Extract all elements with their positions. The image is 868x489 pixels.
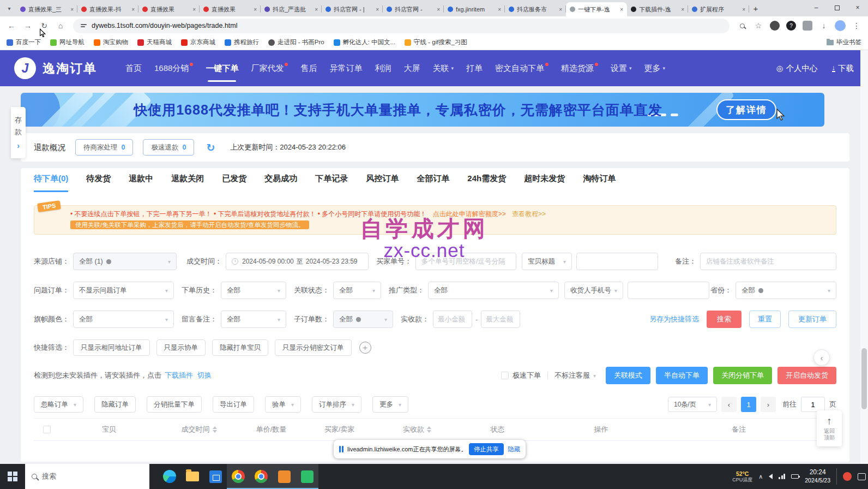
taskbar-edge-icon[interactable] <box>158 464 181 489</box>
banner-detail-button[interactable]: 了解详情 <box>716 99 776 120</box>
nav-more[interactable]: 更多▾ <box>644 63 665 74</box>
tab-refunding[interactable]: 退款中 <box>129 174 153 192</box>
browser-tab[interactable]: 直播效果× <box>200 2 261 16</box>
tab-pending-order[interactable]: 待下单(0) <box>34 174 68 192</box>
pending-merchant-chip[interactable]: 待商家处理0 <box>75 139 133 156</box>
tab-close-icon[interactable]: × <box>192 7 196 13</box>
tab-search-icon[interactable]: ▾ <box>3 2 15 14</box>
back-icon[interactable]: ← <box>4 19 19 33</box>
address-bar[interactable]: dywebs.1tsoft.com/douyin-web/pages/trade… <box>73 19 730 33</box>
tab-close-icon[interactable]: × <box>498 7 501 13</box>
more-button[interactable]: 更多▾ <box>372 396 408 413</box>
tab-close-icon[interactable]: × <box>681 7 684 13</box>
item-title-input[interactable] <box>576 253 658 270</box>
reload-icon[interactable]: ↻ <box>37 19 51 33</box>
nav-home[interactable]: 首页 <box>125 63 142 74</box>
tampermonkey-icon[interactable] <box>768 19 782 33</box>
switch-link[interactable]: 切换 <box>197 371 212 380</box>
app-logo[interactable]: J <box>14 57 36 79</box>
max-amount-input[interactable] <box>481 311 520 328</box>
sort-icon[interactable] <box>213 426 217 433</box>
problem-order-select[interactable]: 不显示问题订单▾ <box>73 282 174 299</box>
taskbar-store-icon[interactable] <box>204 464 227 489</box>
verify-order-button[interactable]: 验单▾ <box>265 396 301 413</box>
bookmark-item[interactable]: 京东商城 <box>181 38 215 46</box>
tab-24h-ship[interactable]: 24h需发货 <box>467 174 506 192</box>
browser-tab[interactable]: 抖店_严选批× <box>261 2 322 16</box>
tab-close-icon[interactable]: × <box>559 7 562 13</box>
forward-icon[interactable]: → <box>21 19 35 33</box>
add-quick-filter-icon[interactable]: + <box>359 342 371 354</box>
message-note-select[interactable]: 全部▾ <box>221 311 286 328</box>
nav-relation[interactable]: 关联▾ <box>432 63 454 74</box>
download-link[interactable]: ↓下载 <box>832 63 854 74</box>
reset-button[interactable]: 重置 <box>749 311 781 328</box>
sort-icon[interactable] <box>427 426 431 433</box>
taskbar-clock[interactable]: 20:24 2024/5/23 <box>805 468 830 484</box>
browser-tab-active[interactable]: 一键下单-逸× <box>566 2 627 16</box>
save-quick-filter-link[interactable]: 另存为快捷筛选 <box>649 314 699 324</box>
phone-field[interactable] <box>634 287 703 294</box>
tab-close-icon[interactable]: × <box>620 7 623 13</box>
home-icon[interactable]: ⌂ <box>53 19 68 33</box>
tab-close-icon[interactable]: × <box>131 7 135 13</box>
close-distribution-button[interactable]: 关闭分销下单 <box>713 367 772 384</box>
promo-type-select[interactable]: 全部▾ <box>428 282 559 299</box>
tab-close-icon[interactable]: × <box>376 7 379 13</box>
next-page-button[interactable]: › <box>761 397 776 412</box>
bookmark-item[interactable]: 走进阳 - 书画Pro <box>268 38 324 46</box>
hide-share-bar-link[interactable]: 隐藏 <box>508 445 520 454</box>
item-title-select[interactable]: 宝贝标题▾ <box>522 253 572 270</box>
page-size-select[interactable]: 10条/页▾ <box>668 397 717 412</box>
relation-status-select[interactable]: 全部▾ <box>333 282 381 299</box>
fast-refund-chip[interactable]: 极速退款0 <box>143 139 194 156</box>
action-center-icon[interactable] <box>858 473 866 480</box>
back-to-top-button[interactable]: ↑ 返回顶部 <box>817 410 842 446</box>
tab-refund-closed[interactable]: 退款关闭 <box>171 174 204 192</box>
nav-profit[interactable]: 利润 <box>375 63 391 74</box>
receiver-phone-select[interactable]: 收货人手机号▾ <box>564 282 623 299</box>
phone-input[interactable] <box>628 282 709 299</box>
select-all-checkbox[interactable] <box>34 426 60 433</box>
ignore-order-button[interactable]: 忽略订单▾ <box>34 396 83 413</box>
export-orders-button[interactable]: 导出订单 <box>213 396 254 413</box>
col-paid-amount[interactable]: 实收款 <box>376 425 458 434</box>
zoom-icon[interactable] <box>735 19 749 33</box>
bookmark-item[interactable]: 天猫商城 <box>137 38 172 46</box>
page-scrollbar[interactable] <box>860 50 868 464</box>
user-center-link[interactable]: ◎个人中心 <box>776 63 818 74</box>
taskbar-chrome2-icon[interactable] <box>250 464 273 489</box>
tray-expand-icon[interactable]: ∧ <box>758 473 763 480</box>
download-icon[interactable]: ↓ <box>817 19 831 33</box>
browser-tab[interactable]: 直播效果× <box>138 2 200 16</box>
current-page-button[interactable]: 1 <box>741 397 756 412</box>
nav-one-click-order[interactable]: 一键下单 <box>206 63 238 74</box>
view-tutorial-link[interactable]: 查看教程>> <box>512 210 546 218</box>
bookmark-item[interactable]: 守线 - gif搜索_习图 <box>405 38 467 46</box>
nav-dashboard[interactable]: 大屏 <box>403 63 420 74</box>
nav-selected-supply[interactable]: 精选货源 <box>561 63 598 74</box>
nav-1688-fenxiao[interactable]: 1688分销 <box>154 63 193 74</box>
bookmark-item[interactable]: 孵化达人: 中国文... <box>334 38 395 46</box>
tab-to-ship[interactable]: 待发货 <box>86 174 111 192</box>
auto-ship-button[interactable]: 开启自动发货 <box>777 367 836 384</box>
taskbar-orange-app-icon[interactable] <box>273 464 296 489</box>
tab-completed[interactable]: 交易成功 <box>264 174 297 192</box>
province-select[interactable]: 全部▾ <box>736 282 836 299</box>
apply-decrypt-link[interactable]: 点击此处申请解密额度>> <box>433 210 506 218</box>
bookmark-item[interactable]: 淘宝购物 <box>94 38 128 46</box>
tab-taote-orders[interactable]: 淘特订单 <box>583 174 616 192</box>
taskbar-explorer-icon[interactable] <box>181 464 204 489</box>
menu-icon[interactable]: ⋮ <box>849 19 864 33</box>
title-field[interactable] <box>582 258 652 265</box>
search-button[interactable]: 搜索 <box>707 311 742 328</box>
note-input[interactable] <box>700 253 836 270</box>
stop-sharing-button[interactable]: 停止共享 <box>469 443 504 455</box>
quick-filter-assist-orders[interactable]: 只显示协单 <box>156 339 206 356</box>
relation-mode-button[interactable]: 关联模式 <box>606 367 650 384</box>
tray-app-icon[interactable] <box>843 472 852 481</box>
tab-close-icon[interactable]: × <box>437 7 440 13</box>
batch-distribution-button[interactable]: 分销批量下单 <box>147 396 202 413</box>
hide-order-button[interactable]: 隐藏订单 <box>94 396 136 413</box>
help-icon[interactable]: ? <box>784 19 798 33</box>
